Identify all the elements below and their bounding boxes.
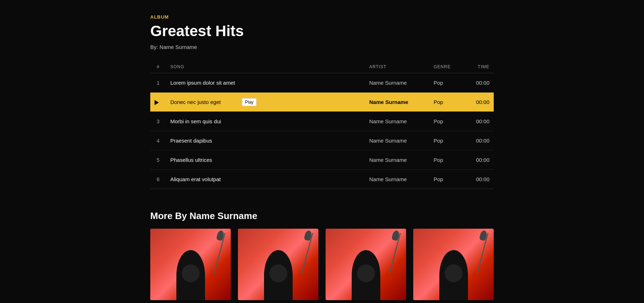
- track-genre: Pop: [429, 73, 465, 93]
- track-time: 00:00: [465, 131, 494, 150]
- track-genre: Pop: [429, 150, 465, 170]
- more-by-section: More By Name Surname: [150, 210, 494, 300]
- album-card-image: [413, 229, 494, 300]
- table-row[interactable]: 3 Morbi in sem quis dui Name Surname Pop…: [150, 112, 494, 131]
- table-row[interactable]: 6 Aliquam erat volutpat Name Surname Pop…: [150, 170, 494, 189]
- track-song: Donec nec justo eget Play: [166, 93, 365, 112]
- track-genre: Pop: [429, 112, 465, 131]
- table-row[interactable]: 4 Praesent dapibus Name Surname Pop 00:0…: [150, 131, 494, 150]
- track-artist: Name Surname: [365, 112, 429, 131]
- track-table-header: # SONG ARTIST GENRE TIME: [150, 61, 494, 73]
- track-song: Lorem ipsum dolor sit amet: [166, 73, 365, 93]
- album-title: Greatest Hits: [150, 23, 494, 40]
- col-header-genre: GENRE: [429, 61, 465, 73]
- track-list: 1 Lorem ipsum dolor sit amet Name Surnam…: [150, 73, 494, 189]
- album-label: ALBUM: [150, 14, 494, 20]
- list-item[interactable]: [326, 229, 406, 300]
- track-number: 1: [150, 73, 166, 93]
- page-container: ALBUM Greatest Hits By: Name Surname # S…: [143, 0, 501, 303]
- track-genre: Pop: [429, 170, 465, 189]
- track-time: 00:00: [465, 73, 494, 93]
- track-table: # SONG ARTIST GENRE TIME 1 Lorem ipsum d…: [150, 61, 494, 189]
- play-tooltip[interactable]: Play: [242, 98, 257, 106]
- track-number: 4: [150, 131, 166, 150]
- track-artist: Name Surname: [365, 170, 429, 189]
- list-item[interactable]: [150, 229, 231, 300]
- list-item[interactable]: [413, 229, 494, 300]
- album-header: ALBUM Greatest Hits By: Name Surname: [150, 14, 494, 50]
- album-card-image: [150, 229, 231, 300]
- col-header-time: TIME: [465, 61, 494, 73]
- col-header-song: SONG: [166, 61, 365, 73]
- col-header-num: #: [150, 61, 166, 73]
- album-by: By: Name Surname: [150, 44, 494, 50]
- track-number: 3: [150, 112, 166, 131]
- track-time: 00:00: [465, 170, 494, 189]
- track-genre: Pop: [429, 131, 465, 150]
- album-artist: Name Surname: [160, 44, 197, 50]
- list-item[interactable]: [238, 229, 318, 300]
- track-number: [150, 93, 166, 112]
- track-number: 5: [150, 150, 166, 170]
- table-row[interactable]: 5 Phasellus ultrices Name Surname Pop 00…: [150, 150, 494, 170]
- table-row[interactable]: 1 Lorem ipsum dolor sit amet Name Surnam…: [150, 73, 494, 93]
- track-song: Phasellus ultrices: [166, 150, 365, 170]
- track-time: 00:00: [465, 150, 494, 170]
- track-song: Praesent dapibus: [166, 131, 365, 150]
- track-genre: Pop: [429, 93, 465, 112]
- track-time: 00:00: [465, 112, 494, 131]
- album-cards: [150, 229, 494, 300]
- track-song: Morbi in sem quis dui: [166, 112, 365, 131]
- track-song: Aliquam erat volutpat: [166, 170, 365, 189]
- more-by-title: More By Name Surname: [150, 210, 494, 222]
- track-artist: Name Surname: [365, 73, 429, 93]
- track-number: 6: [150, 170, 166, 189]
- table-row[interactable]: Donec nec justo eget Play Name Surname P…: [150, 93, 494, 112]
- track-artist: Name Surname: [365, 150, 429, 170]
- col-header-artist: ARTIST: [365, 61, 429, 73]
- album-card-image: [238, 229, 318, 300]
- play-icon: [155, 100, 159, 105]
- track-artist: Name Surname: [365, 93, 429, 112]
- track-artist: Name Surname: [365, 131, 429, 150]
- album-card-image: [326, 229, 406, 300]
- by-prefix: By:: [150, 44, 158, 50]
- track-time: 00:00: [465, 93, 494, 112]
